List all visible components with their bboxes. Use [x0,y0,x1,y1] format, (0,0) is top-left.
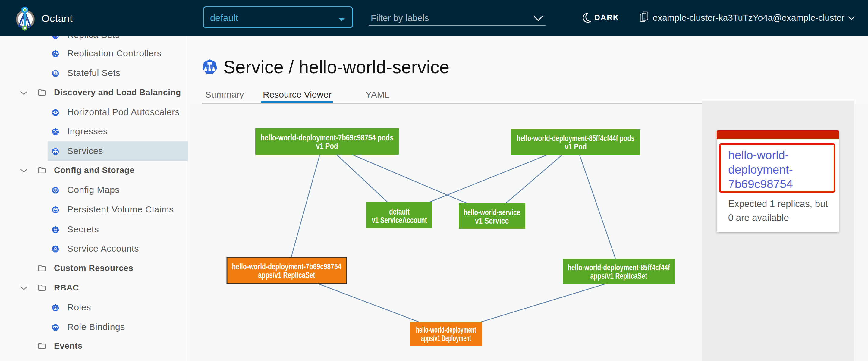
svg-text:apps/v1 Deployment: apps/v1 Deployment [421,334,471,343]
svg-text:hello-world-deployment: hello-world-deployment [416,325,476,334]
svg-text:hello-world-deployment-7b69c98: hello-world-deployment-7b69c98754 [232,262,341,271]
svg-text:v1 Pod: v1 Pod [565,142,587,151]
svg-text:hello-world-service: hello-world-service [464,208,520,217]
svg-text:v1 Service: v1 Service [475,216,509,225]
svg-text:apps/v1 ReplicaSet: apps/v1 ReplicaSet [258,270,315,280]
svg-text:default: default [389,207,410,216]
svg-text:apps/v1 ReplicaSet: apps/v1 ReplicaSet [590,271,647,281]
svg-text:v1 ServiceAccount: v1 ServiceAccount [372,216,427,225]
svg-text:hello-world-deployment-7b69c98: hello-world-deployment-7b69c98754 pods [261,133,394,142]
svg-text:v1 Pod: v1 Pod [316,141,338,151]
svg-text:hello-world-deployment-85ff4cf: hello-world-deployment-85ff4cf44f [567,263,670,272]
svg-text:hello-world-deployment-85ff4cf: hello-world-deployment-85ff4cf44f pods [517,133,635,143]
